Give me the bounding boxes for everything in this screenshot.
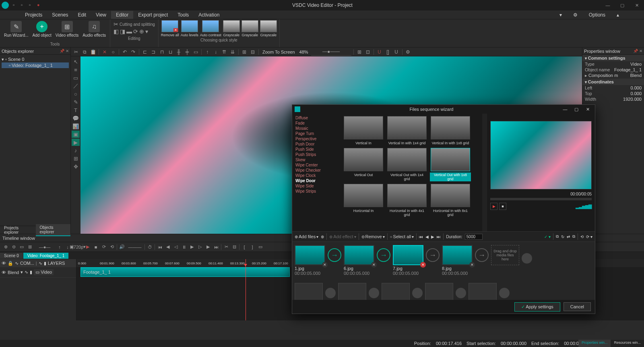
transition-item[interactable]: Page Turn [294, 131, 339, 136]
audio-effects-button[interactable]: ♫Audio effects [81, 20, 107, 38]
pin-icon[interactable]: 📌 ✕ [60, 49, 69, 53]
tb-up-icon[interactable]: ↑ [204, 48, 211, 56]
tool-pen-icon[interactable]: ／ [72, 82, 80, 89]
tl-step-back-icon[interactable]: ◁ [173, 244, 179, 250]
chevron-down-icon[interactable]: ▾ [555, 11, 567, 19]
tl-loop2-icon[interactable]: ⟲ [109, 244, 115, 250]
tl-sel-icon[interactable]: ▭ [257, 244, 264, 250]
transition-arrow-icon[interactable]: → [377, 248, 390, 262]
tl-pause-icon[interactable]: ⏸ [181, 244, 187, 250]
duration-input[interactable] [465, 234, 483, 240]
gallery-item[interactable]: Horizontal In [343, 184, 384, 217]
tb-undo-icon[interactable]: ↶ [121, 48, 128, 56]
tl-zoom-slider[interactable]: —●— [35, 244, 55, 250]
style-auto-levels[interactable]: Auto levels [181, 20, 198, 37]
strip-item[interactable]: ✕7.jpg00:00:05.000 [393, 245, 423, 276]
tb-align-5[interactable]: ╫ [175, 48, 182, 56]
transition-item[interactable]: Wipe Center [294, 162, 339, 168]
eye-icon[interactable]: 👁 [2, 270, 6, 275]
transition-item[interactable]: Skew [294, 157, 339, 162]
menu-editor[interactable]: Editor [111, 11, 133, 19]
rtab-properties[interactable]: Properties win... [578, 340, 611, 347]
qa-save-icon[interactable]: ▫ [29, 2, 35, 8]
check-button[interactable]: ✓ ▾ [544, 235, 551, 239]
flip-icon[interactable]: ⇄ [567, 235, 570, 239]
tool-line-icon[interactable]: ≡ [72, 66, 80, 73]
transition-item[interactable]: Push Door [294, 141, 339, 147]
tb-front-icon[interactable]: ⇈ [221, 48, 228, 56]
gear-icon[interactable]: ⚙ [568, 11, 582, 19]
tb-back-icon[interactable]: ⇊ [229, 48, 236, 56]
tb-redo-icon[interactable]: ↷ [130, 48, 137, 56]
menu-projects[interactable]: Projects [20, 11, 47, 19]
tool-chart-icon[interactable]: 📊 [72, 123, 80, 130]
tool-move-icon[interactable]: ✥ [72, 163, 80, 170]
prop-coords-section[interactable]: ▾ Coordinates [582, 79, 644, 85]
menu-view[interactable]: View [91, 11, 111, 19]
remove-button[interactable]: ⊖Remove ▾ [361, 234, 385, 239]
strip-item[interactable]: ✕8.jpg00:00:05.000 [442, 245, 473, 276]
close-button[interactable]: ✕ [631, 1, 642, 9]
tb-u-icon[interactable]: U [376, 48, 383, 56]
style-auto-contrast[interactable]: Auto contrast [200, 20, 221, 37]
transition-item[interactable]: Diffuse [294, 115, 339, 121]
redo2-icon[interactable]: ⟳ ▾ [586, 235, 592, 239]
bars-icon[interactable]: ▮ [44, 261, 46, 266]
tl-film-icon[interactable]: ▭ [19, 244, 25, 250]
transition-arrow-icon[interactable]: → [475, 248, 489, 262]
tl-tab-video[interactable]: Video: Footage_1_ 1 [23, 253, 69, 259]
tl-split-icon[interactable]: ⊟ [231, 244, 237, 250]
rotate-icon[interactable]: ↻ [561, 235, 564, 239]
strip-item[interactable]: ✕6.jpg00:00:05.000 [344, 245, 374, 276]
zoom-value[interactable]: 48% [299, 50, 308, 54]
nav-next-icon[interactable]: ▶ [431, 235, 434, 239]
add-object-button[interactable]: +Add object [31, 20, 53, 38]
tl-first-icon[interactable]: ⏮ [157, 244, 163, 250]
tb-cut-icon[interactable]: ✂ [72, 48, 80, 56]
transition-item[interactable]: Wipe Checker [294, 168, 339, 173]
tb-grid-2[interactable]: ⊡ [364, 48, 372, 56]
tb-bracket-icon[interactable]: [] [384, 48, 392, 56]
prop-common-section[interactable]: ▾ Common settings [582, 55, 644, 61]
transition-item[interactable]: Perspective [294, 136, 339, 141]
tb-align-2[interactable]: ⊐ [150, 48, 157, 56]
remove-item-icon[interactable]: ✕ [371, 262, 377, 268]
transition-item[interactable]: Fade [294, 121, 339, 126]
tool-audio-icon[interactable]: ♪ [72, 147, 80, 154]
tl-track-blend[interactable]: 👁 Blend▾ ∿▮ ▭ Video [0, 267, 76, 278]
dialog-close-button[interactable]: ✕ [583, 106, 592, 113]
tl-prev-icon[interactable]: ◀ [165, 244, 171, 250]
style-grayscale-3[interactable]: Grayscale [260, 20, 277, 37]
empty-slot[interactable] [338, 283, 366, 300]
tl-res-dropdown[interactable]: ▣ 720p ▾ [74, 244, 81, 250]
rtab-resources[interactable]: Resources win... [611, 340, 644, 347]
empty-slot[interactable] [382, 283, 410, 300]
scissors-icon[interactable]: ✂ [114, 21, 118, 27]
tool-ellipse-icon[interactable]: ○ [72, 90, 80, 98]
tb-group-icon[interactable]: ⊞ [241, 48, 248, 56]
preview-stop-button[interactable]: ■ [499, 203, 506, 210]
gallery-item[interactable]: Vertical Out with 1x8 grid [430, 148, 471, 181]
tl-play2-icon[interactable]: ▶ [189, 244, 195, 250]
drop-zone[interactable]: Drag and drop media files here [491, 245, 519, 265]
tb-ungroup-icon[interactable]: ⊟ [249, 48, 256, 56]
tl-last-icon[interactable]: ⏭ [213, 244, 219, 250]
tool-video-icon[interactable]: ▶ [72, 139, 80, 146]
options-label[interactable]: Options [584, 11, 610, 19]
tool-shape-icon[interactable]: ▭ [72, 74, 80, 81]
transition-list[interactable]: Diffuse Fade Mosaic Page Turn Perspectiv… [292, 114, 341, 231]
dialog-maximize-button[interactable]: ▢ [572, 106, 581, 113]
gallery-item[interactable]: Vertical In with 1x8 grid [430, 116, 471, 145]
tb-align-4[interactable]: ⊔ [167, 48, 174, 56]
transition-item[interactable]: Push Side [294, 147, 339, 152]
preview-play-button[interactable]: ▶ [490, 203, 497, 210]
edit-tool-3[interactable]: ▬ [126, 28, 132, 35]
transition-item[interactable]: Mosaic [294, 126, 339, 131]
chevron-up-icon[interactable]: ▴ [612, 11, 624, 19]
zoom-slider[interactable]: —●—— [311, 48, 351, 56]
remove-item-icon[interactable]: ✕ [322, 262, 328, 268]
volume-bars-icon[interactable]: ▂▃▅▆▇ [576, 204, 592, 209]
add-icon-button[interactable]: ⊕ [321, 235, 324, 239]
zoom-mode[interactable]: Zoom To Screen [262, 50, 295, 54]
remove-item-icon[interactable]: ✕ [469, 262, 475, 268]
